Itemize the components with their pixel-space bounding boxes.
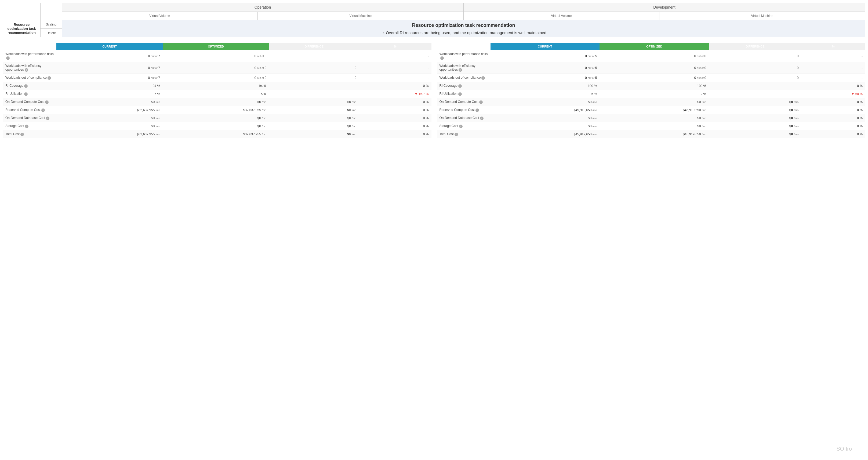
info-icon[interactable]: i [41,109,45,112]
percent-value: 0 % [801,82,865,90]
info-icon[interactable]: i [25,125,28,128]
table-row: RI Utilizationi6 %5 %▼ 16.7 % [3,90,431,98]
optimized-value: $0 /mo [163,98,269,106]
percent-value: - [359,62,431,74]
info-icon[interactable]: i [482,76,485,80]
current-value: $0 /mo [491,98,600,106]
op-vm-label: Virtual Machine [349,14,372,18]
left-optimized-header: OPTIMIZED [163,43,269,50]
header-table: Operation Development Virtual Volume Vir… [3,3,865,37]
op-vv-header: Virtual Volume [62,12,258,20]
optimized-value: 0 out of 0 [163,74,269,82]
row-label: Reserved Compute Costi [437,106,491,114]
percent-value: - [801,50,865,62]
info-icon[interactable]: i [46,117,50,120]
current-value: $45,919,650 /mo [491,130,600,138]
percent-value: - [359,50,431,62]
optimized-value: $0 /mo [599,98,709,106]
table-row: Reserved Compute Costi$32,637,955 /mo$32… [3,106,431,114]
difference-value: 0 [269,74,359,82]
current-value: 0 out of 7 [56,74,163,82]
info-icon[interactable]: i [459,125,463,128]
table-row: Reserved Compute Costi$45,919,650 /mo$45… [437,106,866,114]
difference-value: 0 [709,50,801,62]
development-label: Development [653,5,676,9]
operation-label: Operation [254,5,271,9]
difference-value: $0 /mo [709,114,801,122]
optimized-value: $45,919,650 /mo [599,106,709,114]
percent-value: 0 % [801,106,865,114]
info-icon[interactable]: i [48,76,51,80]
main-wrapper: Operation Development Virtual Volume Vir… [0,0,868,141]
percent-value: 0 % [359,98,431,106]
info-icon[interactable]: i [24,92,28,96]
dev-vv-label: Virtual Volume [551,14,571,18]
percent-value: 0 % [359,82,431,90]
info-icon[interactable]: i [45,100,49,104]
right-percent-header: % [801,43,865,50]
right-label-header [437,43,491,50]
row-label: Workloads with efficiency opportunitiesi [437,62,491,74]
difference-value: $0 /mo [709,130,801,138]
row-label: Storage Costi [437,122,491,130]
row-label: On-Demand Compute Costi [3,98,56,106]
optimized-value: $32,637,955 /mo [163,130,269,138]
optimized-value: $45,919,650 /mo [599,130,709,138]
row-label: Reserved Compute Costi [3,106,56,114]
right-table-wrapper: CURRENT OPTIMIZED DIFFERENCE % [437,43,866,138]
table-row: On-Demand Compute Costi$0 /mo$0 /mo$0 /m… [437,98,866,106]
operation-header: Operation [62,3,464,12]
optimized-value: 0 out of 0 [599,62,709,74]
table-row: Storage Costi$0 /mo$0 /mo$0 /mo0 % [3,122,431,130]
current-value: 0 out of 5 [491,74,600,82]
row-label: Workloads with performance risksi [3,50,56,62]
delete-label: Delete [46,31,56,35]
info-icon[interactable]: i [24,84,28,88]
delete-label-cell: Delete [40,29,62,37]
info-icon[interactable]: i [479,100,483,104]
info-icon[interactable]: i [475,109,479,112]
left-table-wrapper: CURRENT OPTIMIZED DIFFERENCE % [3,43,431,138]
info-icon[interactable]: i [480,117,484,120]
difference-value: $0 /mo [709,122,801,130]
row-label: RI Coveragei [437,82,491,90]
left-percent-label: % [394,45,397,48]
table-row: Total Costi$45,919,650 /mo$45,919,650 /m… [437,130,866,138]
current-value: $0 /mo [491,114,600,122]
info-icon[interactable]: i [440,56,444,60]
recommendation-cell: Resource optimization task recommendatio… [62,20,865,37]
optimized-value: 5 % [163,90,269,98]
percent-value: 0 % [801,122,865,130]
info-icon[interactable]: i [455,133,458,136]
difference-value: 0 [709,62,801,74]
difference-value [709,82,801,90]
op-vv-label: Virtual Volume [149,14,170,18]
info-icon[interactable]: i [6,56,10,60]
table-row: Storage Costi$0 /mo$0 /mo$0 /mo0 % [437,122,866,130]
row-label: Workloads out of compliancei [437,74,491,82]
dev-vm-label: Virtual Machine [751,14,774,18]
left-percent-header: % [359,43,431,50]
info-icon[interactable]: i [458,84,462,88]
scaling-label: Scaling [46,23,56,26]
table-row: Workloads with performance risksi0 out o… [3,50,431,62]
percent-value: - [801,74,865,82]
row-label: On-Demand Compute Costi [437,98,491,106]
info-icon[interactable]: i [458,92,462,96]
difference-value: $0 /mo [269,130,359,138]
info-icon[interactable]: i [25,68,28,72]
difference-value: $0 /mo [269,122,359,130]
percent-value: - [801,62,865,74]
row-label: Workloads with efficiency opportunitiesi [3,62,56,74]
op-vm-header: Virtual Machine [257,12,463,20]
table-row: RI Utilizationi5 %2 %▼ 60 % [437,90,866,98]
difference-value: $0 /mo [269,98,359,106]
info-icon[interactable]: i [459,68,462,72]
info-icon[interactable]: i [21,133,24,136]
scaling-label-cell: Scaling [40,20,62,29]
difference-value [269,82,359,90]
right-percent-label: % [832,45,835,48]
table-row: On-Demand Database Costi$0 /mo$0 /mo$0 /… [3,114,431,122]
current-value: 5 % [491,90,600,98]
table-row: Workloads out of compliancei0 out of 50 … [437,74,866,82]
